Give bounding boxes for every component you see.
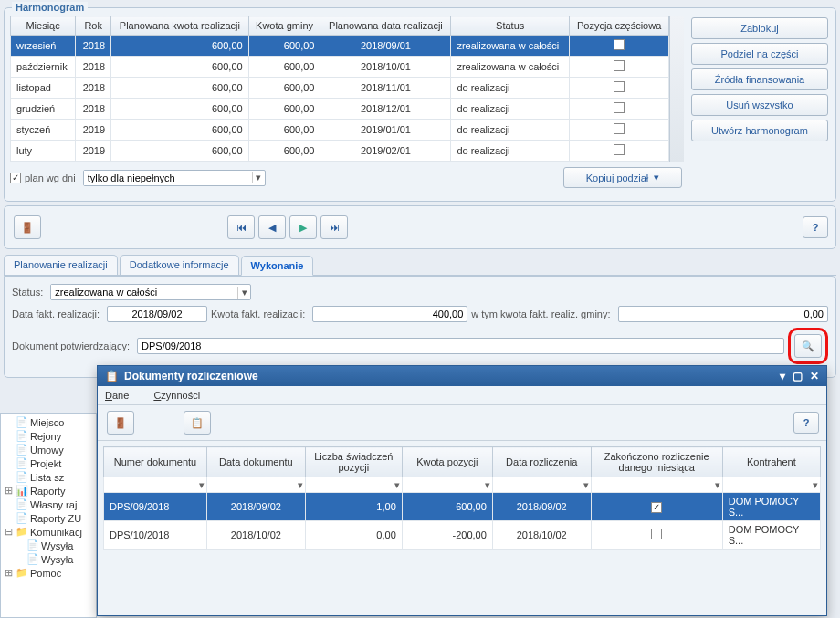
filter-dropdown-icon[interactable]: ▾: [298, 479, 303, 491]
tab-planowanie[interactable]: Planowanie realizacji: [4, 255, 118, 275]
zakonczono-checkbox[interactable]: [651, 502, 662, 513]
partial-checkbox[interactable]: [614, 39, 625, 50]
zablokuj-button[interactable]: Zablokuj: [691, 17, 828, 39]
tree-node-icon: 📄: [26, 553, 39, 565]
filter-input[interactable]: [592, 477, 722, 492]
harm-col-header[interactable]: Planowana kwota realizacji: [111, 16, 249, 36]
last-button[interactable]: ⏭: [320, 215, 348, 239]
menu-czynnosci[interactable]: Czynności: [153, 390, 211, 401]
menu-dane[interactable]: Dane: [105, 390, 140, 401]
tree-item[interactable]: ⊞📁Pomoc: [3, 566, 94, 580]
harm-col-header[interactable]: Pozycja częściowa: [569, 16, 668, 36]
status-combo[interactable]: ▾: [50, 284, 251, 300]
dlg-col-header[interactable]: Kontrahent: [722, 447, 820, 477]
table-row[interactable]: listopad2018600,00600,002018/11/01do rea…: [11, 78, 669, 99]
harm-col-header[interactable]: Rok: [76, 16, 111, 36]
lookup-button[interactable]: 🔍: [794, 334, 822, 358]
tree-expand-icon[interactable]: ⊞: [5, 567, 16, 579]
tree-expand-icon[interactable]: ⊟: [5, 526, 16, 538]
tree-item[interactable]: ⊟📁Komunikacj: [3, 525, 94, 539]
dlg-col-header[interactable]: Data rozliczenia: [492, 447, 591, 477]
dokumenty-grid[interactable]: Numer dokumentuData dokumentuLiczba świa…: [103, 446, 821, 550]
w-tym-input[interactable]: [618, 306, 828, 322]
plan-wg-dni-combo[interactable]: ▾: [83, 170, 266, 186]
filter-dropdown-icon[interactable]: ▾: [199, 479, 205, 491]
tree-expand-icon[interactable]: ⊞: [5, 485, 16, 497]
partial-checkbox[interactable]: [614, 144, 625, 155]
partial-checkbox[interactable]: [614, 123, 625, 134]
dlg-col-header[interactable]: Zakończono rozliczenie danego miesiąca: [591, 447, 722, 477]
harmonogram-title: Harmonogram: [12, 2, 88, 13]
filter-dropdown-icon[interactable]: ▾: [485, 479, 490, 491]
table-row[interactable]: październik2018600,00600,002018/10/01zre…: [11, 57, 669, 78]
prev-button[interactable]: ◀: [258, 215, 286, 239]
table-row[interactable]: wrzesień2018600,00600,002018/09/01zreali…: [11, 36, 669, 57]
filter-dropdown-icon[interactable]: ▾: [813, 479, 818, 491]
harm-col-header[interactable]: Kwota gminy: [248, 16, 320, 36]
dlg-col-header[interactable]: Data dokumentu: [206, 447, 305, 477]
harmonogram-scrollbar[interactable]: [669, 16, 684, 162]
usun-wszystko-button[interactable]: Usuń wszystko: [691, 94, 828, 116]
table-row[interactable]: styczeń2019600,00600,002019/01/01do real…: [11, 120, 669, 141]
kwota-fakt-input[interactable]: [312, 306, 467, 322]
dokument-input[interactable]: [137, 338, 784, 354]
table-row[interactable]: luty2019600,00600,002019/02/01do realiza…: [11, 141, 669, 162]
filter-input[interactable]: [306, 477, 402, 492]
table-row[interactable]: DPS/10/20182018/10/020,00-200,002018/10/…: [104, 521, 821, 550]
next-button[interactable]: ▶: [289, 215, 317, 239]
table-row[interactable]: DPS/09/20182018/09/021,00600,002018/09/0…: [104, 493, 821, 521]
exit-button[interactable]: 🚪: [14, 215, 41, 239]
table-row[interactable]: grudzień2018600,00600,002018/12/01do rea…: [11, 99, 669, 120]
data-fakt-label: Data fakt. realizacji:: [12, 309, 100, 319]
podziel-button[interactable]: Podziel na części: [691, 43, 828, 65]
filter-input[interactable]: [207, 477, 305, 492]
dlg-col-header[interactable]: Numer dokumentu: [104, 447, 207, 477]
plan-wg-dni-checkbox[interactable]: [10, 173, 21, 183]
harm-col-header[interactable]: Status: [451, 16, 570, 36]
partial-checkbox[interactable]: [614, 60, 625, 71]
dialog-help-button[interactable]: ?: [793, 412, 819, 434]
dlg-col-header[interactable]: Liczba świadczeń pozycji: [305, 447, 402, 477]
tree-item[interactable]: 📄Raporty ZU: [3, 511, 94, 525]
partial-checkbox[interactable]: [614, 102, 625, 113]
kopiuj-podzial-button[interactable]: Kopiuj podział ▾: [563, 167, 682, 188]
tree-item[interactable]: 📄Umowy: [3, 443, 94, 456]
help-button[interactable]: ?: [803, 216, 828, 238]
tree-item[interactable]: ⊞📊Raporty: [3, 484, 94, 498]
harm-col-header[interactable]: Miesiąc: [11, 16, 76, 36]
dialog-paste-button[interactable]: 📋: [184, 411, 211, 435]
tree-item[interactable]: 📄Projekt: [3, 456, 94, 470]
filter-dropdown-icon[interactable]: ▾: [715, 479, 720, 491]
chevron-down-icon[interactable]: ▾: [252, 172, 265, 183]
harmonogram-grid[interactable]: MiesiącRokPlanowana kwota realizacjiKwot…: [10, 16, 669, 162]
tree-item[interactable]: 📄Miejsco: [3, 415, 94, 429]
zakonczono-checkbox[interactable]: [651, 529, 662, 539]
close-button[interactable]: ✕: [810, 370, 819, 382]
first-button[interactable]: ⏮: [227, 215, 255, 239]
filter-input[interactable]: [723, 477, 820, 492]
minimize-button[interactable]: ▾: [780, 370, 785, 382]
dialog-exit-button[interactable]: 🚪: [107, 411, 134, 435]
filter-dropdown-icon[interactable]: ▾: [583, 479, 589, 491]
tab-dodatkowe[interactable]: Dodatkowe informacje: [120, 255, 239, 275]
filter-input[interactable]: [104, 477, 206, 492]
utworz-button[interactable]: Utwórz harmonogram: [691, 120, 828, 141]
filter-dropdown-icon[interactable]: ▾: [394, 479, 400, 491]
partial-checkbox[interactable]: [614, 81, 625, 92]
tab-wykonanie[interactable]: Wykonanie: [241, 256, 314, 276]
first-icon: ⏮: [236, 222, 247, 233]
tree-item[interactable]: 📄Wysyła: [3, 539, 94, 552]
zrodla-button[interactable]: Źródła finansowania: [691, 68, 828, 90]
filter-input[interactable]: [493, 477, 591, 492]
maximize-button[interactable]: ▢: [793, 370, 803, 382]
dlg-col-header[interactable]: Kwota pozycji: [402, 447, 492, 477]
nav-tree[interactable]: 📄Miejsco📄Rejony📄Umowy📄Projekt📄Lista sz⊞📊…: [0, 413, 97, 618]
filter-input[interactable]: [403, 477, 492, 492]
tree-item[interactable]: 📄Własny raj: [3, 498, 94, 511]
data-fakt-input[interactable]: [107, 306, 207, 322]
tree-item[interactable]: 📄Wysyła: [3, 552, 94, 566]
chevron-down-icon[interactable]: ▾: [237, 287, 250, 299]
harm-col-header[interactable]: Planowana data realizacji: [320, 16, 451, 36]
tree-item[interactable]: 📄Lista sz: [3, 470, 94, 484]
tree-item[interactable]: 📄Rejony: [3, 429, 94, 443]
